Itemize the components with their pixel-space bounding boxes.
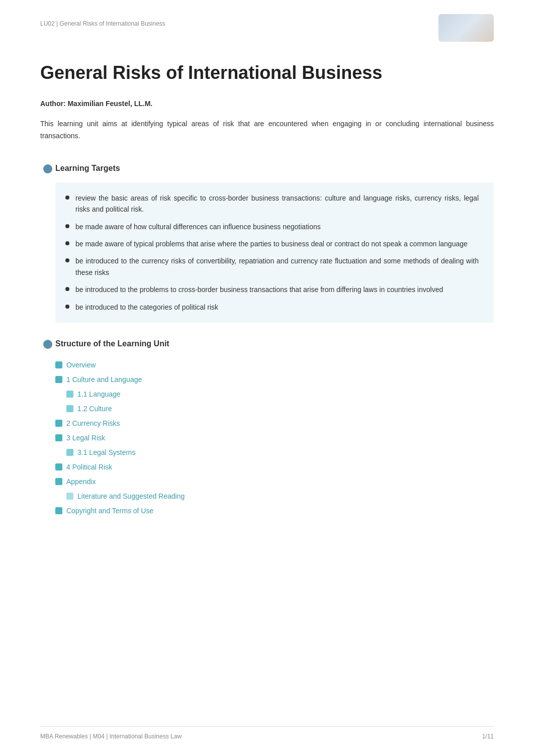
bullet-dot	[65, 305, 69, 309]
toc-item-language: 1.1 Language	[66, 387, 494, 402]
toc-list: Overview 1 Culture and Language 1.1 Lang…	[55, 358, 494, 518]
list-item-text: be introduced to the categories of polit…	[75, 302, 218, 313]
toc-item-overview: Overview	[55, 358, 494, 372]
toc-item-currency: 2 Currency Risks	[55, 416, 494, 431]
page-title: General Risks of International Business	[40, 62, 494, 83]
learning-targets-list: review the basic areas of risk specific …	[65, 193, 479, 313]
toc-bar	[55, 376, 62, 383]
logo	[438, 14, 494, 42]
bullet-dot	[65, 241, 69, 245]
toc-link-copyright[interactable]: Copyright and Terms of Use	[66, 506, 153, 516]
bullet-dot	[65, 224, 69, 228]
toc-link-culture-sub[interactable]: 1.2 Culture	[77, 404, 112, 414]
intro-text: This learning unit aims at identifying t…	[40, 118, 494, 142]
toc-bar	[66, 391, 73, 398]
structure-content: Structure of the Learning Unit Overview …	[55, 338, 494, 518]
toc-link-language[interactable]: 1.1 Language	[77, 389, 121, 400]
toc-link-appendix[interactable]: Appendix	[66, 477, 96, 487]
page-header: LU02 | General Risks of International Bu…	[0, 0, 534, 42]
footer-right: 1/11	[482, 732, 494, 741]
section-dot-col-2	[40, 338, 55, 349]
toc-link-currency[interactable]: 2 Currency Risks	[66, 418, 120, 429]
toc-bar	[55, 463, 62, 470]
structure-section: Structure of the Learning Unit Overview …	[40, 338, 494, 518]
list-item: be made aware of how cultural difference…	[65, 221, 479, 232]
list-item: be introduced to the problems to cross-b…	[65, 284, 479, 295]
bullet-dot	[65, 196, 69, 200]
toc-link-literature[interactable]: Literature and Suggested Reading	[77, 491, 185, 502]
toc-bar	[55, 434, 62, 441]
learning-targets-box: review the basic areas of risk specific …	[55, 182, 494, 323]
list-item-text: be made aware of how cultural difference…	[75, 221, 321, 232]
toc-bar	[66, 493, 73, 500]
toc-item-culture-sub: 1.2 Culture	[66, 402, 494, 416]
page: LU02 | General Risks of International Bu…	[0, 0, 534, 756]
toc-link-legal-systems[interactable]: 3.1 Legal Systems	[77, 447, 135, 458]
toc-link-culture[interactable]: 1 Culture and Language	[66, 374, 142, 385]
list-item-text: be made aware of typical problems that a…	[75, 238, 468, 249]
list-item: be introduced to the categories of polit…	[65, 302, 479, 313]
bullet-dot	[65, 287, 69, 291]
list-item: be made aware of typical problems that a…	[65, 238, 479, 249]
page-footer: MBA Renewables | M04 | International Bus…	[40, 726, 494, 741]
toc-bar	[66, 405, 73, 412]
section-dot-col	[40, 162, 55, 173]
toc-link-overview[interactable]: Overview	[66, 360, 96, 370]
toc-bar	[55, 507, 62, 514]
toc-bar	[55, 420, 62, 427]
footer-left: MBA Renewables | M04 | International Bus…	[40, 732, 182, 741]
list-item: be introduced to the currency risks of c…	[65, 255, 479, 278]
toc-bar	[55, 361, 62, 368]
structure-dot	[43, 340, 52, 349]
toc-bar	[66, 449, 73, 456]
learning-targets-section: Learning Targets review the basic areas …	[40, 162, 494, 323]
toc-item-culture: 1 Culture and Language	[55, 372, 494, 387]
toc-item-appendix: Appendix	[55, 475, 494, 489]
breadcrumb: LU02 | General Risks of International Bu…	[40, 14, 165, 28]
toc-link-political[interactable]: 4 Political Risk	[66, 462, 112, 472]
toc-link-legal[interactable]: 3 Legal Risk	[66, 433, 105, 443]
list-item-text: be introduced to the problems to cross-b…	[75, 284, 443, 295]
learning-targets-content: Learning Targets review the basic areas …	[55, 162, 494, 323]
author-line: Author: Maximilian Feustel, LL.M.	[40, 99, 494, 109]
toc-item-legal-systems: 3.1 Legal Systems	[66, 445, 494, 460]
toc-item-literature: Literature and Suggested Reading	[66, 489, 494, 504]
list-item-text: be introduced to the currency risks of c…	[75, 255, 479, 278]
toc-item-copyright: Copyright and Terms of Use	[55, 504, 494, 518]
learning-targets-dot	[43, 164, 52, 173]
main-content: General Risks of International Business …	[0, 42, 534, 563]
toc-bar	[55, 478, 62, 485]
structure-heading: Structure of the Learning Unit	[55, 338, 494, 350]
list-item: review the basic areas of risk specific …	[65, 193, 479, 215]
list-item-text: review the basic areas of risk specific …	[75, 193, 479, 215]
toc-item-political: 4 Political Risk	[55, 460, 494, 475]
bullet-dot	[65, 258, 69, 262]
toc-item-legal: 3 Legal Risk	[55, 431, 494, 445]
learning-targets-heading: Learning Targets	[55, 162, 494, 174]
